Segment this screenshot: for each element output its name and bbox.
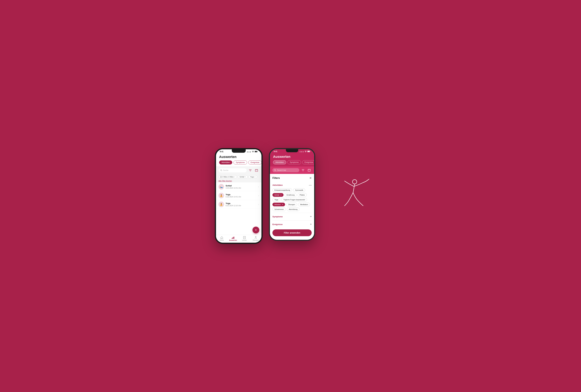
list-icon-0: 🛌 [218,184,224,190]
tag-ernaehrung[interactable]: Ernährung [285,193,297,197]
filter-icon-btn-2[interactable] [301,168,305,173]
section-toggle-aktivitaeten: — [309,184,312,187]
svg-rect-24 [308,151,310,152]
chevron-icon-1: › [258,194,259,197]
section-header-aktivitaeten[interactable]: Aktivitäten — [272,182,312,188]
tag-taegliche[interactable]: Tägliche Fragen beantwortet [281,198,307,202]
tag-arbeiten[interactable]: Arbeiten ✕ [272,203,285,206]
nav-lernen-label: Lernen [242,240,247,241]
list-info-2: Yoga 6.02.2024 12:10 Uhr [226,202,258,206]
chip-schlaf-label: Schlaf [239,176,244,178]
tag-pilates[interactable]: Pilates [298,193,307,197]
wifi-icon [252,151,254,153]
list-date-0: 3.03.2024 14:41 Uhr [226,187,258,189]
phone-1: 9:41 ▲▲▲ Auswerten Aktivitäten Symptome … [215,148,263,244]
chip-schlaf-close[interactable]: × [245,176,246,178]
clear-all-btn[interactable]: Alle Filter löschen [216,179,261,182]
person-icon [254,236,257,239]
nav-uebungen[interactable]: Übungen [251,236,260,241]
list-info-0: Schlaf 3.03.2024 14:41 Uhr [226,184,258,189]
search-input-2[interactable]: Search bar [272,168,299,172]
svg-rect-14 [221,238,222,239]
chip-date-close[interactable]: × [234,176,235,178]
chip-date-label: 3 März–6 März [222,176,234,178]
chip-date[interactable]: 3 März–6 März × [218,175,237,178]
search-icon-1 [220,170,222,171]
tag-yoga[interactable]: Yoga [272,198,280,202]
tag-meditation[interactable]: Meditation [298,203,310,206]
tab-aktivitaeten-1[interactable]: Aktivitäten [219,160,232,164]
status-icons-2: ▲▲▲ [299,150,310,152]
filter-modal: Filters ✕ Aktivitäten — Entspannungsübun… [270,174,314,239]
search-row-2: Search bar [270,166,314,174]
filter-modal-title: Filters [272,177,280,180]
book-icon [243,236,246,239]
dancer-illustration [338,176,369,216]
list-icon-1: 🧘 [218,193,224,198]
header-1: Auswerten Aktivitäten Symptome Ereigniss… [216,153,261,166]
wifi-icon-2 [305,150,307,152]
search-input-1[interactable]: Suche [218,168,247,172]
tab-aktivitaeten-2[interactable]: Aktivitäten [273,160,286,164]
svg-line-26 [276,170,276,171]
svg-rect-1 [255,151,257,152]
tag-uebungen[interactable]: Übungen [286,203,297,206]
filter-close-btn[interactable]: ✕ [309,176,312,180]
search-row-1: Suche [216,166,261,174]
svg-point-34 [352,180,357,184]
tag-arbeiten-remove[interactable]: ✕ [282,204,283,206]
notch-2 [286,149,298,152]
list-icon-2: 🧘 [218,202,224,207]
page-title-2: Auswerten [273,155,311,159]
battery-icon-2 [307,150,310,152]
list-area: 🛌 Schlaf 3.03.2024 14:41 Uhr › 🧘 Yoga 5.… [216,182,261,209]
time-1: 9:41 [220,150,223,153]
svg-rect-7 [255,170,258,172]
calendar-icon-btn-1[interactable] [254,168,259,173]
tab-symptome-2[interactable]: Symptome [287,160,301,164]
fab-button[interactable]: + [252,226,259,234]
tag-atemubung[interactable]: Atemübung [287,208,299,211]
chip-yoga[interactable]: Yoga × [248,175,257,178]
phone-2: 9:41 ▲▲▲ Auswerten Aktivitäten Symptome … [269,148,315,241]
svg-rect-16 [233,237,233,239]
tag-gymnastik[interactable]: Gymnastik [293,188,305,192]
filter-icon-btn-1[interactable] [248,168,253,173]
nav-home[interactable]: Home [217,236,226,241]
nav-lernen[interactable]: Lernen [240,236,249,241]
list-item-1[interactable]: 🧘 Yoga 5.02.2024 14:41 Uhr › [216,191,261,200]
chip-yoga-close[interactable]: × [254,176,255,178]
nav-auswerten[interactable]: Auswerten [228,236,238,241]
calendar-icon-btn-2[interactable] [307,168,312,173]
nav-auswerten-label: Auswerten [229,240,237,241]
chip-schlaf[interactable]: Schlaf × [238,175,247,178]
tag-schlaf-remove[interactable]: ✕ [280,194,282,196]
bottom-nav: Home Auswerten Lernen Übungen [216,235,261,243]
section-header-ereignisse[interactable]: Ereignisse + [272,221,312,228]
svg-point-22 [255,236,256,237]
list-item-0[interactable]: 🛌 Schlaf 3.03.2024 14:41 Uhr › [216,182,261,191]
tab-symptome-1[interactable]: Symptome [233,160,247,164]
section-label-ereignisse: Ereignisse [272,223,283,226]
tag-schwimmen[interactable]: Schwimmen [272,208,286,211]
apply-filter-btn[interactable]: Filter anwenden [272,230,312,236]
list-date-2: 6.02.2024 12:10 Uhr [226,205,258,206]
time-2: 9:41 [274,150,277,152]
chip-yoga-label: Yoga [250,176,254,178]
tab-ereignisse-2[interactable]: Ereignisse [302,160,315,164]
chevron-icon-0: › [258,186,259,188]
svg-rect-30 [308,169,310,172]
tab-ereignisse-1[interactable]: Ereignisse [248,160,262,164]
tabs-2: Aktivitäten Symptome Ereignisse [273,160,311,164]
list-item-2[interactable]: 🧘 Yoga 6.02.2024 12:10 Uhr › [216,200,261,209]
list-date-1: 5.02.2024 14:41 Uhr [226,196,258,198]
tag-arbeiten-label: Arbeiten [274,204,281,206]
list-info-1: Yoga 5.02.2024 14:41 Uhr [226,193,258,198]
filter-icon-2 [302,169,304,172]
svg-line-3 [222,171,222,171]
tag-schlaf[interactable]: Schlaf ✕ [272,193,284,197]
nav-uebungen-label: Übungen [253,240,259,241]
search-placeholder-2: Search bar [277,169,286,171]
tag-entspannung[interactable]: Entspannungsübung [272,188,292,192]
section-header-symptome[interactable]: Symptome + [272,214,312,220]
